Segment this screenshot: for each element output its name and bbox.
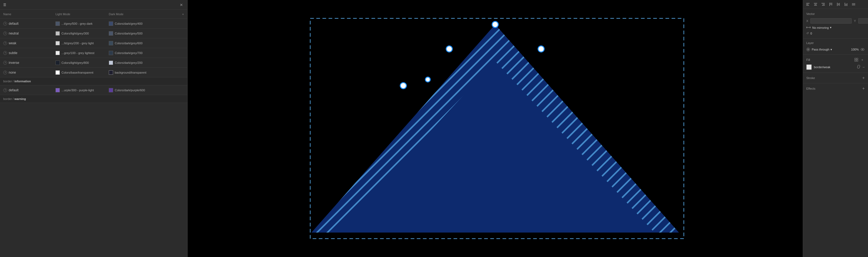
cell-name-default: default	[0, 21, 53, 27]
align-center-h-icon[interactable]	[813, 2, 818, 7]
fill-actions: +	[854, 57, 865, 62]
align-middle-icon[interactable]	[836, 2, 841, 7]
swatch-light-neutral	[56, 31, 60, 36]
row-label-info-default: default	[9, 88, 19, 92]
y-input[interactable]	[858, 18, 868, 24]
handle-mid-left[interactable]	[425, 77, 430, 82]
svg-rect-2	[806, 3, 809, 3]
handle-upper-left[interactable]	[446, 46, 453, 52]
handle-upper-right[interactable]	[538, 46, 545, 52]
svg-rect-8	[822, 3, 825, 3]
fill-remove-button[interactable]: −	[863, 65, 865, 69]
col-dark-header: Dark Mode	[106, 11, 179, 17]
row-icon-subtle	[3, 51, 7, 55]
layer-opacity: 100%	[848, 48, 859, 51]
svg-rect-31	[857, 60, 858, 61]
vector-title: Vector	[806, 12, 865, 15]
cell-light-subtle[interactable]: ...grey/100 - grey lightest	[53, 50, 106, 56]
align-bottom-icon[interactable]	[843, 2, 849, 7]
svg-rect-17	[845, 3, 845, 6]
cell-name-info-default: default	[0, 87, 53, 93]
mirroring-row[interactable]: No mirroring ▾	[806, 26, 865, 29]
cell-dark-subtle[interactable]: Colors/dark/grey/700	[106, 50, 187, 56]
cell-name-neutral: neutral	[0, 30, 53, 36]
svg-rect-12	[831, 3, 831, 5]
layer-mode-label: Pass through	[812, 48, 829, 51]
row-icon-default	[3, 22, 7, 26]
x-input[interactable]	[810, 18, 852, 24]
svg-point-27	[862, 49, 863, 50]
handle-lower-left[interactable]	[400, 83, 406, 89]
svg-point-25	[808, 49, 809, 50]
section-header-information: border / information	[0, 77, 187, 85]
handle-top-center[interactable]	[492, 22, 498, 28]
stroke-add-button[interactable]: +	[862, 75, 865, 81]
cell-light-none[interactable]: Colors/base/transparent	[53, 69, 106, 76]
swatch-light-info-default	[56, 88, 60, 92]
fill-style-icon[interactable]	[854, 57, 859, 62]
svg-rect-7	[814, 5, 817, 6]
x-label: X	[806, 19, 808, 23]
swatch-dark-subtle	[109, 51, 113, 55]
table-row[interactable]: subtle ...grey/100 - grey lightest Color…	[0, 48, 187, 58]
label-light-weak: ...ht/grey/200 - grey light	[61, 41, 94, 45]
mirroring-chevron: ▾	[830, 26, 832, 29]
xy-property-row: X Y	[806, 18, 865, 24]
more-options-icon[interactable]	[851, 2, 856, 7]
fill-swatch[interactable]	[806, 64, 812, 70]
cell-dark-info-default[interactable]: Colors/dark/purple/600	[106, 87, 187, 93]
stroke-section: Stroke +	[803, 73, 868, 84]
swatch-light-weak	[56, 41, 60, 45]
table-row-info-default[interactable]: default ...urple/300 - purple-light Colo…	[0, 85, 187, 95]
fill-add-button[interactable]: +	[860, 57, 865, 62]
section-suffix-warn: warning	[14, 97, 26, 100]
align-top-icon[interactable]	[828, 2, 834, 7]
fill-link-icon[interactable]	[857, 65, 860, 69]
swatch-dark-info-default	[109, 88, 113, 92]
cell-dark-neutral[interactable]: Colors/dark/grey/500	[106, 30, 187, 37]
align-right-icon[interactable]	[820, 2, 826, 7]
label-light-subtle: ...grey/100 - grey lightest	[61, 51, 94, 55]
svg-rect-28	[855, 58, 856, 60]
close-button[interactable]: ✕	[179, 2, 184, 8]
effects-header: Effects +	[806, 86, 865, 91]
section-prefix-warn: border	[3, 97, 12, 100]
swatch-light-subtle	[56, 51, 60, 55]
table-row[interactable]: neutral Colors/light/grey/300 Colors/dar…	[0, 29, 187, 38]
cell-name-none: none	[0, 69, 53, 75]
cell-light-info-default[interactable]: ...urple/300 - purple-light	[53, 87, 106, 93]
stroke-title: Stroke	[806, 76, 862, 79]
svg-rect-11	[829, 3, 830, 6]
layer-mode-button[interactable]: Pass through ▾	[812, 48, 847, 51]
canvas[interactable]	[188, 0, 803, 257]
right-toolbar	[803, 0, 868, 9]
effects-section: Effects +	[803, 84, 868, 94]
section-prefix-info: border	[3, 79, 12, 83]
fill-title: Fill	[806, 58, 854, 61]
table-row[interactable]: none Colors/base/transparent background/…	[0, 68, 187, 77]
effects-add-button[interactable]: +	[862, 86, 865, 91]
align-left-icon[interactable]	[805, 2, 811, 7]
svg-rect-13	[832, 3, 832, 5]
panel-scroll[interactable]: default ...t/grey/500 - grey-dark Colors…	[0, 19, 187, 257]
table-row[interactable]: weak ...ht/grey/200 - grey light Colors/…	[0, 38, 187, 48]
cell-light-inverse[interactable]: Colors/light/grey/800	[53, 60, 106, 66]
layer-visibility-icon[interactable]	[860, 47, 865, 52]
cell-light-weak[interactable]: ...ht/grey/200 - grey light	[53, 40, 106, 46]
svg-rect-9	[823, 4, 825, 5]
col-add-header[interactable]: ＋	[179, 11, 187, 17]
cell-light-neutral[interactable]: Colors/light/grey/300	[53, 30, 106, 37]
swatch-dark-weak	[109, 41, 113, 45]
cell-dark-weak[interactable]: Colors/dark/grey/600	[106, 40, 187, 46]
cell-dark-default[interactable]: Colors/dark/grey/400	[106, 20, 187, 27]
row-icon-none	[3, 71, 7, 74]
row-label-neutral: neutral	[9, 32, 19, 35]
cell-dark-none[interactable]: background/transparent	[106, 69, 187, 76]
cell-dark-inverse[interactable]: Colors/dark/grey/200	[106, 60, 187, 66]
row-icon-inverse	[3, 61, 7, 65]
mirroring-select[interactable]: No mirroring ▾	[812, 26, 832, 29]
cell-light-default[interactable]: ...t/grey/500 - grey-dark	[53, 20, 106, 27]
table-row[interactable]: inverse Colors/light/grey/800 Colors/dar…	[0, 58, 187, 68]
swatch-dark-inverse	[109, 61, 113, 65]
table-row[interactable]: default ...t/grey/500 - grey-dark Colors…	[0, 19, 187, 29]
